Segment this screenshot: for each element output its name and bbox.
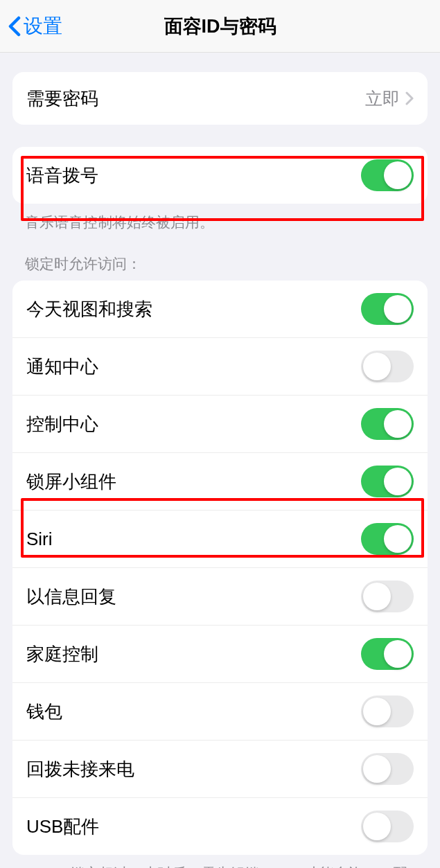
toggle-knob <box>384 410 412 438</box>
voice-dial-row: 语音拨号 <box>12 147 428 204</box>
chevron-left-icon <box>8 16 21 37</box>
toggle-knob <box>384 640 412 668</box>
require-passcode-value-text: 立即 <box>365 87 400 110</box>
lock-item-callback-missed: 回拨未接来电 <box>12 741 428 798</box>
lock-item-label: 锁屏小组件 <box>26 470 116 494</box>
voice-dial-label: 语音拨号 <box>26 163 98 188</box>
callback-missed-toggle[interactable] <box>361 753 414 785</box>
lock-access-group: 今天视图和搜索通知中心控制中心锁屏小组件Siri以信息回复家庭控制钱包回拨未接来… <box>12 281 428 855</box>
page-title: 面容ID与密码 <box>164 14 276 39</box>
lock-item-notification-center: 通知中心 <box>12 338 428 396</box>
toggle-knob <box>363 698 391 725</box>
lock-item-siri: Siri <box>12 511 428 568</box>
back-label: 设置 <box>24 13 62 39</box>
reply-message-toggle[interactable] <box>361 581 414 612</box>
lock-item-label: 家庭控制 <box>26 642 98 666</box>
lock-item-home-control: 家庭控制 <box>12 626 428 683</box>
lock-section-header: 锁定时允许访问： <box>25 254 415 274</box>
voice-dial-group: 语音拨号 <box>12 147 428 204</box>
lock-item-control-center: 控制中心 <box>12 396 428 453</box>
home-control-toggle[interactable] <box>361 638 414 670</box>
siri-toggle[interactable] <box>361 523 414 555</box>
toggle-knob <box>363 353 391 380</box>
voice-dial-footer: 音乐语音控制将始终被启用。 <box>25 212 415 232</box>
lock-item-today-view: 今天视图和搜索 <box>12 281 428 338</box>
voice-dial-toggle[interactable] <box>361 159 414 191</box>
lock-section-footer: iPhone锁定超过一小时后，需先解锁iPhone才能允许USB配件连接。 <box>25 863 415 868</box>
require-passcode-value: 立即 <box>365 87 414 110</box>
lock-item-wallet: 钱包 <box>12 683 428 741</box>
toggle-knob <box>384 525 412 553</box>
today-view-toggle[interactable] <box>361 293 414 325</box>
toggle-knob <box>384 161 412 189</box>
lock-item-label: 通知中心 <box>26 355 98 379</box>
control-center-toggle[interactable] <box>361 408 414 440</box>
lock-item-label: Siri <box>26 529 53 550</box>
toggle-knob <box>363 813 391 840</box>
navbar: 设置 面容ID与密码 <box>0 0 440 53</box>
require-passcode-row[interactable]: 需要密码 立即 <box>12 72 428 125</box>
lock-item-usb-accessories: USB配件 <box>12 798 428 855</box>
toggle-knob <box>384 468 412 495</box>
lock-item-label: 今天视图和搜索 <box>26 297 152 321</box>
toggle-knob <box>384 295 412 323</box>
lock-item-label: 控制中心 <box>26 412 98 436</box>
lock-item-label: 钱包 <box>26 700 62 724</box>
content: 需要密码 立即 语音拨号 音乐语音控制将始终被启用。 锁定时允许访问： 今天视图… <box>0 72 440 868</box>
lock-item-label: USB配件 <box>26 815 99 839</box>
toggle-knob <box>363 583 391 610</box>
back-button[interactable]: 设置 <box>8 13 62 39</box>
lock-widgets-toggle[interactable] <box>361 466 414 497</box>
toggle-knob <box>363 755 391 783</box>
chevron-right-icon <box>405 91 414 105</box>
lock-item-lock-widgets: 锁屏小组件 <box>12 453 428 511</box>
lock-item-label: 回拨未接来电 <box>26 757 134 781</box>
lock-item-label: 以信息回复 <box>26 585 116 609</box>
lock-item-reply-message: 以信息回复 <box>12 568 428 626</box>
notification-center-toggle[interactable] <box>361 351 414 382</box>
wallet-toggle[interactable] <box>361 696 414 727</box>
usb-accessories-toggle[interactable] <box>361 811 414 842</box>
require-passcode-group: 需要密码 立即 <box>12 72 428 125</box>
require-passcode-label: 需要密码 <box>26 87 98 111</box>
